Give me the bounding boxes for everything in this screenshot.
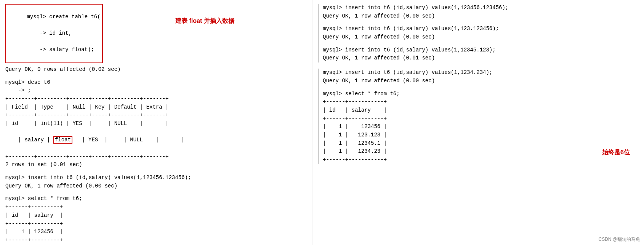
table-row2-pre: | salary | [18,137,53,143]
r-select-row3: | 1 | 12345.1 | [323,139,639,148]
r-select-border2: +------+-----------+ [323,115,639,123]
select1-border2: +------+---------+ [5,220,307,228]
r-select-border1: +------+-----------+ [323,98,639,106]
create-line2: -> id int, [27,30,72,36]
table-border3: +--------+---------+------+-----+-------… [5,153,307,161]
r-select-header: | id | salary | [323,106,639,115]
table-row1: | id | int(11) | YES | | NULL | | [5,120,307,128]
r-select-cmd: mysql> select * from t6; [323,90,639,98]
right-panel: mysql> insert into t6 (id,salary) values… [312,0,644,245]
select1-cmd: mysql> select * from t6; [5,195,307,203]
section-label-right: 始终是6位 [602,149,630,157]
r-insert3-result: Query OK, 1 row affected (0.01 sec) [323,54,639,62]
insert1-cmd: mysql> insert into t6 (id,salary) values… [5,174,307,182]
r-select-row2: | 1 | 123.123 | [323,131,639,139]
left-panel: mysql> create table t6( -> id int, -> sa… [0,0,312,245]
r-insert4-cmd: mysql> insert into t6 (id,salary) values… [323,69,639,77]
r-insert2-cmd: mysql> insert into t6 (id,salary) values… [323,25,639,33]
section-label: 建表 float 并插入数据 [175,17,234,25]
table-border2: +--------+---------+------+-----+-------… [5,111,307,120]
r-insert2-result: Query OK, 1 row affected (0.00 sec) [323,33,639,42]
desc-cmd: mysql> desc t6 [5,78,307,87]
r-select-border3: +------+-----------+ [323,156,639,164]
r-select-row4: | 1 | 1234.23 | [323,147,639,156]
r-select-row1: | 1 | 123456 | [323,123,639,131]
r-insert1-result: Query OK, 1 row affected (0.00 sec) [323,12,639,21]
table-count: 2 rows in set (0.01 sec) [5,161,307,169]
select1-row1: | 1 | 123456 | [5,228,307,236]
float-keyword: float [53,136,72,144]
r-insert3-cmd: mysql> insert into t6 (id,salary) values… [323,46,639,54]
watermark: CSDN @翻转的马龟 [598,236,640,243]
create-line1: mysql> create table t6( [27,14,100,20]
insert1-result: Query OK, 1 row affected (0.00 sec) [5,182,307,191]
desc-sub: -> ; [5,86,307,95]
r-insert4-result: Query OK, 1 row affected (0.00 sec) [323,77,639,85]
select1-header: | id | salary | [5,211,307,220]
r-insert1-cmd: mysql> insert into t6 (id,salary) values… [323,4,639,12]
table-row2: | salary | float | YES | | NULL | | [5,128,307,153]
table-border1: +--------+---------+------+-----+-------… [5,95,307,103]
select1-border3: +------+---------+ [5,236,307,245]
table-header: | Field | Type | Null | Key | Default | … [5,103,307,112]
table-row2-post: | YES | | NULL | | [72,137,184,143]
select1-border1: +------+---------+ [5,203,307,211]
create-line3: -> salary float); [27,46,94,53]
create-result: Query OK, 0 rows affected (0.02 sec) [5,66,307,74]
